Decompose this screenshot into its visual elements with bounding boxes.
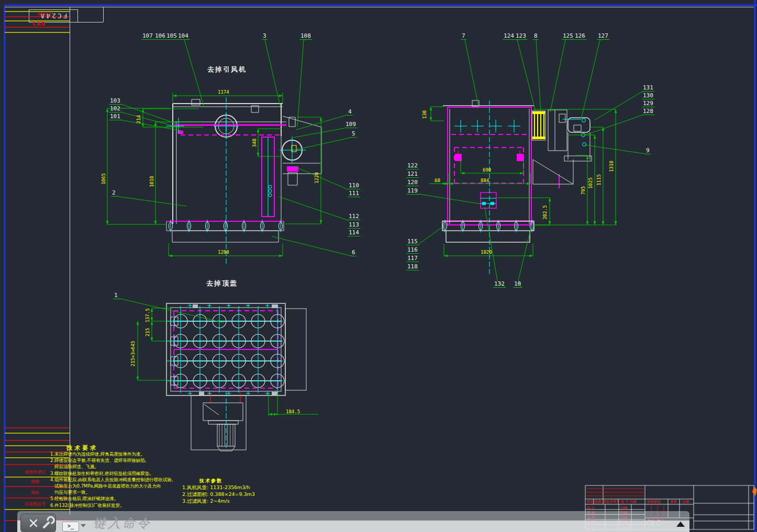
dim-215×3=645: 215×3=645 (130, 341, 136, 367)
callout-leader-6 (272, 236, 352, 256)
callout-115: 115 (407, 238, 418, 245)
callout-leader-110 (294, 166, 349, 189)
callout-120: 120 (407, 179, 418, 186)
title-block-text: 标记 处数 更改文件号 签 字 日期 (586, 500, 637, 504)
dim-690: 690 (483, 167, 491, 173)
callout-leader-101 (120, 120, 182, 131)
dim-1310: 1310 (609, 161, 614, 172)
callout-114: 114 (349, 229, 359, 236)
callout-leader-115 (418, 227, 442, 245)
wrench-icon[interactable] (44, 517, 54, 527)
tech-requirements-title: 技术要求 (66, 444, 98, 452)
callout-10: 10 (514, 280, 521, 287)
callout-103: 103 (110, 97, 120, 104)
callout-109: 109 (346, 121, 356, 128)
dim-1020: 1020 (481, 250, 492, 255)
command-window-grip[interactable] (676, 522, 685, 527)
callout-2: 2 (112, 189, 116, 196)
recent-commands-caret[interactable] (81, 524, 86, 527)
callout-110: 110 (349, 182, 359, 189)
tech-req-line-3: 焊后清除焊渣、飞溅。 (50, 464, 99, 470)
dim-1115: 1115 (596, 174, 602, 186)
callout-121: 121 (407, 171, 418, 177)
dim-214: 214 (136, 115, 141, 123)
tech-req-line-4: 3.螺纹联接处加生料带密封,密封铝垫处须用橡胶垫。 (50, 471, 154, 477)
title-block-text: 日期 (620, 506, 627, 510)
dim-1220: 1220 (314, 172, 319, 184)
callout-108: 108 (300, 32, 311, 39)
callout-132: 132 (494, 280, 505, 287)
tech-req-line-7: 均应与要求一致。 (50, 490, 90, 496)
callout-118: 118 (407, 263, 418, 270)
tech-req-line-5: 4.组件装配后,由联系电器人员按脉冲阀质量控制进行喷吹试验, (50, 477, 173, 483)
callout-leader-2 (116, 196, 186, 206)
command-toolbar (21, 514, 55, 532)
callout-leader-104 (184, 39, 204, 107)
callout-leader-108 (297, 39, 311, 127)
dimension-texts: 1174214106510103401220128013069088468202… (101, 89, 614, 414)
strip-label-cad: CAD (16, 20, 63, 27)
callout-4: 4 (348, 108, 352, 115)
tech-req-line-6: 试验压力为0.7MPa,阀路中器底盘喷吹力的大小及方向 (50, 483, 161, 490)
callout-104: 104 (178, 32, 188, 39)
view1-note: 去掉引风机 (207, 65, 247, 74)
close-icon[interactable] (30, 520, 37, 526)
dim-215: 215 (145, 328, 150, 336)
callout-7: 7 (462, 32, 465, 39)
dim-795: 795 (581, 186, 586, 195)
dim-1010: 1010 (149, 176, 154, 187)
callout-124: 124 (504, 32, 514, 39)
callout-leader-128 (585, 115, 643, 135)
dim-68: 68 (435, 178, 440, 183)
tech-param-line-2: 2.过滤面积: 0.388×24=9.3m3 (182, 491, 255, 498)
callout-leader-125 (550, 39, 573, 112)
callout-leader-109 (293, 128, 346, 138)
callout-113: 113 (349, 221, 359, 228)
callout-leader-131 (594, 91, 643, 120)
callout-leader-8 (536, 39, 541, 111)
callout-107: 107 (142, 32, 153, 39)
dim-184.5: 184.5 (286, 409, 300, 414)
title-block-text: 设 计 (587, 506, 595, 510)
callout-128: 128 (643, 108, 653, 115)
callout-105: 105 (166, 32, 177, 39)
callout-3: 3 (263, 32, 266, 39)
callout-125: 125 (563, 32, 573, 39)
dim-130: 130 (422, 110, 427, 119)
callout-leader-9 (585, 145, 646, 154)
callout-127: 127 (598, 32, 608, 39)
callout-6: 6 (352, 249, 355, 256)
tech-req-line-1: 1.未注焊缝均为连续焊缝,焊角高度按薄件为准。 (50, 451, 145, 458)
callout-leader-4 (296, 115, 348, 130)
callout-leader-123 (517, 39, 536, 111)
callout-leader-5 (296, 137, 352, 150)
callout-123: 123 (516, 32, 526, 39)
callout-leader-10 (518, 229, 531, 287)
callout-102: 102 (110, 105, 120, 112)
command-input[interactable]: 键入命令 (93, 515, 152, 531)
callout-130: 130 (643, 92, 653, 99)
command-prompt-icon[interactable]: >_ (62, 522, 79, 531)
callout-leader-112 (279, 197, 349, 220)
dim-1065: 1065 (101, 173, 106, 185)
callout-106: 106 (155, 32, 165, 39)
callout-119: 119 (407, 187, 418, 194)
dim-884: 884 (481, 178, 489, 183)
callout-112: 112 (349, 213, 359, 220)
cad-canvas[interactable]: 1071061051043108103102101241095110111112… (0, 0, 757, 532)
callout-122: 122 (407, 162, 418, 169)
callout-leader-7 (465, 39, 478, 106)
dim-340: 340 (252, 139, 257, 147)
callout-1: 1 (114, 292, 118, 299)
tech-param-line-1: 1.风机风量: 1131-2356m3/h (182, 484, 250, 491)
callout-101: 101 (110, 113, 120, 120)
tech-param-line-3: 3.过滤风速: 2~4m/s (182, 498, 230, 505)
callout-5: 5 (352, 130, 355, 137)
callout-116: 116 (407, 246, 418, 253)
tech-req-line-8: 5.经检验合格后,喷涂好铭牌油漆。 (50, 496, 118, 502)
part-callouts: 1071061051043108103102101241095110111112… (109, 32, 654, 323)
strip-label-top: 底图总号 (21, 12, 68, 17)
title-block-text: 比例 (682, 500, 689, 504)
callout-leader-3 (265, 39, 281, 108)
tech-req-line-9: 6.件132(脉冲控制仪)厂收装好发货。 (50, 503, 124, 509)
